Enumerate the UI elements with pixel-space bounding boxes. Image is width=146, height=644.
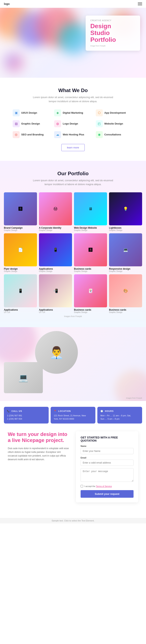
uiux-icon: ▣ — [13, 109, 20, 116]
portfolio-item-2[interactable]: 🖥 Web Design Website Graphic Design — [74, 192, 107, 231]
portfolio-thumb-10: 🃏 — [74, 274, 107, 307]
consultations-label: Consultations — [104, 133, 121, 136]
portfolio-name-9: Applications — [39, 308, 72, 311]
portfolio-cat-3: Graphic Design — [109, 229, 142, 231]
portfolio-name-11: Business cards — [109, 308, 142, 311]
portfolio-thumb-2: 🖥 — [74, 192, 107, 225]
hours-icon: 🕐 — [100, 410, 103, 412]
portfolio-description: Lorem ipsum dolor sit amet, consectetur … — [30, 178, 116, 187]
logo-design-label: Logo Design — [63, 122, 78, 125]
portfolio-item-5[interactable]: 📱 Applications Graphic Design — [39, 233, 72, 272]
terms-text: I accept the Terms of Service — [84, 485, 112, 488]
portfolio-thumb-9: 📲 — [39, 274, 72, 307]
submit-button[interactable]: Submit your request — [81, 490, 133, 498]
portfolio-cat-6: Graphic Design — [74, 270, 107, 272]
hero-title: Design Studio Portfolio — [90, 23, 135, 43]
terms-link[interactable]: Terms of Service — [96, 485, 112, 488]
portfolio-item-9[interactable]: 📲 Applications UI / UX — [39, 274, 72, 313]
form-card-title: GET STARTED WITH A FREE QUOTATION — [81, 436, 133, 442]
portfolio-title: Our Portfolio — [4, 170, 142, 176]
name-field-group: Name — [81, 445, 133, 454]
portfolio-item-10[interactable]: 🃏 Business cards Graphic Design — [74, 274, 107, 313]
phone-icon: 📞 — [7, 410, 10, 412]
form-headline: We turn your design into a live Nicepage… — [8, 431, 70, 443]
hero-subtitle: CREATIVE AGENCY — [90, 20, 135, 22]
portfolio-item-11[interactable]: 🎨 Business cards Graphic Design — [109, 274, 142, 313]
service-uiux: ▣ UI/UX Design — [13, 109, 50, 116]
logo-design-icon: ◍ — [54, 120, 61, 127]
sample-text-footer: Sample text. Click to select the Text El… — [0, 518, 146, 523]
portfolio-item-4[interactable]: 📄 Flyer design Graphic Design — [4, 233, 37, 272]
location-icon: 📍 — [54, 410, 57, 412]
portfolio-name-0: Brand Campaign — [4, 226, 37, 229]
portfolio-item-8[interactable]: 📱 Applications UI / UX — [4, 274, 37, 313]
email-label: Email — [81, 456, 133, 459]
learn-more-button[interactable]: learn more — [61, 144, 85, 151]
quotation-form-card: GET STARTED WITH A FREE QUOTATION Name E… — [76, 431, 138, 502]
portfolio-image-credit: Images from Freepik — [4, 315, 142, 318]
portfolio-thumb-8: 📱 — [4, 274, 37, 307]
contact-phone-title: 📞 CALL US — [7, 410, 46, 412]
portfolio-thumb-1: Ⓜ — [39, 192, 72, 225]
app-dev-label: App Development — [104, 111, 126, 114]
portfolio-item-1[interactable]: Ⓜ A Corporate Identity Graphic Design — [39, 192, 72, 231]
portfolio-name-10: Business cards — [74, 308, 107, 311]
digital-marketing-icon: ◈ — [54, 109, 61, 116]
form-left-content: We turn your design into a live Nicepage… — [8, 431, 70, 462]
team-section: 💻 👨‍💼 Images from Freepik — [0, 327, 146, 401]
portfolio-name-2: Web Design Website — [74, 226, 107, 229]
contact-location-text: 121 Rock Street, 21 Avenue, New York, NY… — [54, 414, 92, 420]
terms-checkbox[interactable] — [81, 485, 83, 488]
service-logo-design: ◍ Logo Design — [54, 120, 92, 127]
blob-4 — [58, 23, 90, 54]
hero-section: CREATIVE AGENCY Design Studio Portfolio … — [0, 8, 146, 78]
team-blob-1 — [0, 327, 37, 364]
contact-hours-title: 🕐 HOURS — [100, 410, 139, 412]
portfolio-thumb-5: 📱 — [39, 233, 72, 266]
graphic-design-label: Graphic Design — [21, 122, 40, 125]
portfolio-cat-1: Graphic Design — [39, 229, 72, 231]
hamburger-menu[interactable] — [138, 2, 142, 5]
portfolio-name-1: A Corporate Identity — [39, 226, 72, 229]
seo-label: SEO and Branding — [21, 133, 44, 136]
message-input[interactable] — [81, 468, 133, 482]
graphic-design-icon: ▨ — [13, 120, 20, 127]
portfolio-item-6[interactable]: 🅱 Business cards Graphic Design — [74, 233, 107, 272]
contact-box-phone: 📞 CALL US 1 (234) 567 891 1 (234) 987 65… — [4, 407, 49, 424]
name-input[interactable] — [81, 448, 133, 454]
contact-boxes: 📞 CALL US 1 (234) 567 891 1 (234) 987 65… — [4, 407, 142, 424]
portfolio-name-3: Lightboxes — [109, 226, 142, 229]
service-graphic-design: ▨ Graphic Design — [13, 120, 50, 127]
portfolio-name-5: Applications — [39, 268, 72, 270]
portfolio-cat-2: Graphic Design — [74, 229, 107, 231]
service-digital-marketing: ◈ Digital Marketing — [54, 109, 92, 116]
portfolio-thumb-11: 🎨 — [109, 274, 142, 307]
contact-box-hours: 🕐 HOURS Mon – Fri … 11 am – 8 pm; Sat, S… — [97, 407, 142, 424]
seo-icon: ◎ — [13, 131, 20, 138]
portfolio-item-7[interactable]: 💻 Responsive design Graphic Design — [109, 233, 142, 272]
service-web-hosting: ☁ Web Hosting Plus — [54, 131, 92, 138]
web-hosting-icon: ☁ — [54, 131, 61, 138]
website-design-label: Website Design — [104, 122, 123, 125]
portfolio-thumb-0: 🅱 — [4, 192, 37, 225]
team-blob-2 — [115, 370, 146, 401]
service-website-design: ◰ Website Design — [96, 120, 133, 127]
portfolio-item-0[interactable]: 🅱 Brand Campaign Graphic Design — [4, 192, 37, 231]
form-section: We turn your design into a live Nicepage… — [4, 431, 142, 512]
portfolio-name-6: Business cards — [74, 268, 107, 270]
portfolio-cat-5: Graphic Design — [39, 270, 72, 272]
service-seo: ◎ SEO and Branding — [13, 131, 50, 138]
contact-phone-text: 1 (234) 567 891 1 (234) 987 654 — [7, 414, 46, 420]
digital-marketing-label: Digital Marketing — [63, 111, 83, 114]
portfolio-grid: 🅱 Brand Campaign Graphic Design Ⓜ A Corp… — [4, 192, 142, 313]
portfolio-name-4: Flyer design — [4, 268, 37, 270]
email-input[interactable] — [81, 460, 133, 466]
uiux-label: UI/UX Design — [21, 111, 37, 114]
hero-image-credit: Image from Freepik — [90, 45, 135, 47]
portfolio-item-3[interactable]: 💡 Lightboxes Graphic Design — [109, 192, 142, 231]
portfolio-section: Our Portfolio Lorem ipsum dolor sit amet… — [0, 161, 146, 327]
website-design-icon: ◰ — [96, 120, 103, 127]
contact-section: 📞 CALL US 1 (234) 567 891 1 (234) 987 65… — [0, 401, 146, 518]
services-grid: ▣ UI/UX Design ◈ Digital Marketing ⬡ App… — [13, 109, 133, 138]
terms-row: I accept the Terms of Service — [81, 485, 133, 488]
